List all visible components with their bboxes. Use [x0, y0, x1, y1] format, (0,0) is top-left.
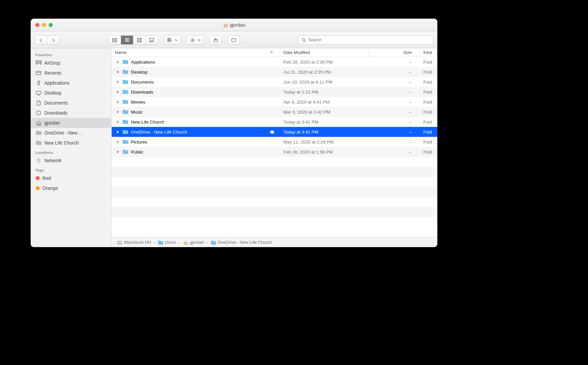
cell-size: --: [369, 107, 420, 117]
sidebar-item[interactable]: Downloads: [31, 108, 111, 118]
arrange-button-group: [163, 35, 181, 45]
close-button[interactable]: [35, 23, 39, 27]
disclosure-icon[interactable]: [116, 140, 120, 144]
file-name: Music: [131, 110, 143, 115]
sidebar-item[interactable]: Recents: [31, 68, 111, 78]
disclosure-icon[interactable]: [116, 120, 120, 124]
column-name[interactable]: Name: [112, 48, 280, 57]
file-row[interactable]: Documents Jun 10, 2020 at 4:11 PM -- Fol…: [112, 77, 437, 87]
cell-date: Jun 10, 2020 at 4:11 PM: [280, 77, 369, 87]
window-title-text: gjordan: [230, 22, 246, 28]
zoom-button[interactable]: [49, 23, 53, 27]
search-field[interactable]: [298, 36, 433, 44]
gallery-view-button[interactable]: [146, 36, 158, 44]
sidebar-item[interactable]: Desktop: [31, 88, 111, 98]
cloud-icon: [269, 130, 275, 134]
tags-button[interactable]: [228, 36, 240, 44]
cell-name: OneDrive - New Life Church: [112, 127, 280, 137]
file-row[interactable]: Pictures May 11, 2020 at 2:29 PM -- Fold: [112, 137, 437, 147]
disclosure-icon[interactable]: [116, 70, 120, 74]
empty-row: [112, 167, 437, 177]
column-kind[interactable]: Kind: [420, 48, 437, 57]
file-row[interactable]: OneDrive - New Life Church Today at 3:41…: [112, 127, 437, 137]
sidebar-item[interactable]: AirDrop: [31, 58, 111, 68]
action-button[interactable]: [187, 36, 204, 44]
column-name-label: Name: [115, 50, 127, 55]
arrange-button[interactable]: [164, 36, 181, 44]
file-row[interactable]: New Life Church Today at 3:41 PM -- Fold: [112, 117, 437, 127]
cell-name: Applications: [112, 57, 280, 67]
column-date[interactable]: Date Modified: [280, 48, 369, 57]
finder-window: gjordan FavoritesAirDro: [31, 19, 437, 247]
file-name: Movies: [131, 100, 145, 105]
cell-kind: Fold: [420, 77, 437, 87]
sidebar-item[interactable]: OneDrive - New…: [31, 128, 111, 138]
sidebar-item[interactable]: Applications: [31, 78, 111, 88]
column-size[interactable]: Size: [369, 48, 420, 57]
cell-kind: Fold: [420, 57, 437, 67]
action-button-group: [186, 35, 204, 45]
sidebar-item[interactable]: Red: [31, 173, 111, 183]
cell-date: Today at 3:41 PM: [280, 117, 369, 127]
main-pane: Name Date Modified Size Kind Application…: [112, 48, 437, 247]
empty-row: [112, 177, 437, 187]
file-row[interactable]: Desktop Jul 31, 2020 at 2:35 PM -- Fold: [112, 67, 437, 77]
back-button[interactable]: [35, 36, 47, 44]
disclosure-icon[interactable]: [116, 90, 120, 94]
list-view-button[interactable]: [121, 36, 133, 44]
sidebar-item-label: OneDrive - New…: [44, 130, 82, 136]
disclosure-icon[interactable]: [116, 110, 120, 114]
nav-buttons: [35, 35, 60, 45]
share-button[interactable]: [210, 36, 222, 44]
sidebar-item[interactable]: Network: [31, 156, 111, 166]
folder-icon: [122, 119, 128, 125]
sidebar-item-label: Red: [42, 176, 51, 181]
sidebar-item-label: Downloads: [44, 110, 67, 116]
sidebar-item[interactable]: Orange: [31, 183, 111, 193]
path-segment[interactable]: gjordan: [183, 240, 204, 245]
disclosure-icon[interactable]: [116, 100, 120, 104]
path-segment[interactable]: Macintosh HD: [117, 240, 151, 245]
sidebar-item-label: Documents: [44, 100, 68, 106]
column-view-button[interactable]: [133, 36, 146, 44]
file-row[interactable]: Downloads Today at 1:23 PM -- Fold: [112, 87, 437, 97]
cell-kind: Fold: [420, 127, 437, 137]
path-segment[interactable]: Users: [158, 240, 176, 245]
sidebar-item-label: Applications: [44, 80, 70, 86]
minimize-button[interactable]: [42, 23, 46, 27]
file-row[interactable]: Movies Apr 9, 2020 at 4:41 PM -- Fold: [112, 97, 437, 107]
sidebar[interactable]: FavoritesAirDropRecentsApplicationsDeskt…: [31, 48, 112, 247]
file-list[interactable]: Applications Feb 28, 2020 at 2:05 PM -- …: [112, 57, 437, 237]
disclosure-icon[interactable]: [116, 150, 120, 154]
disclosure-icon[interactable]: [116, 130, 120, 134]
file-name: OneDrive - New Life Church: [131, 130, 187, 135]
window-title: gjordan: [31, 22, 437, 28]
empty-row: [112, 187, 437, 197]
sidebar-item[interactable]: Documents: [31, 98, 111, 108]
sidebar-item[interactable]: New Life Church: [31, 138, 111, 148]
forward-button[interactable]: [47, 36, 59, 44]
sidebar-item[interactable]: gjordan: [31, 118, 111, 128]
documents-icon: [36, 100, 42, 106]
disclosure-icon[interactable]: [116, 60, 120, 64]
cell-name: Downloads: [112, 87, 280, 97]
folder-icon: [211, 240, 216, 245]
titlebar[interactable]: gjordan: [31, 19, 437, 32]
file-name: New Life Church: [131, 120, 164, 125]
chevron-icon: ›: [178, 240, 181, 244]
cell-size: --: [369, 87, 420, 97]
column-headers: Name Date Modified Size Kind: [112, 48, 437, 57]
disclosure-icon[interactable]: [116, 80, 120, 84]
search-input[interactable]: [308, 37, 430, 42]
path-segment[interactable]: OneDrive - New Life Church: [211, 240, 272, 245]
file-row[interactable]: Public Feb 28, 2020 at 1:56 PM -- Fold: [112, 147, 437, 157]
file-row[interactable]: Applications Feb 28, 2020 at 2:05 PM -- …: [112, 57, 437, 67]
file-row[interactable]: Music Mar 3, 2020 at 3:42 PM -- Fold: [112, 107, 437, 117]
home-icon: [36, 120, 42, 126]
path-label: OneDrive - New Life Church: [218, 240, 272, 245]
sidebar-section-header: Favorites: [31, 50, 111, 58]
icon-view-button[interactable]: [109, 36, 121, 44]
tag-dot-icon: [36, 176, 40, 180]
tags-button-group: [227, 35, 240, 45]
sidebar-section-header: Tags: [31, 166, 111, 173]
